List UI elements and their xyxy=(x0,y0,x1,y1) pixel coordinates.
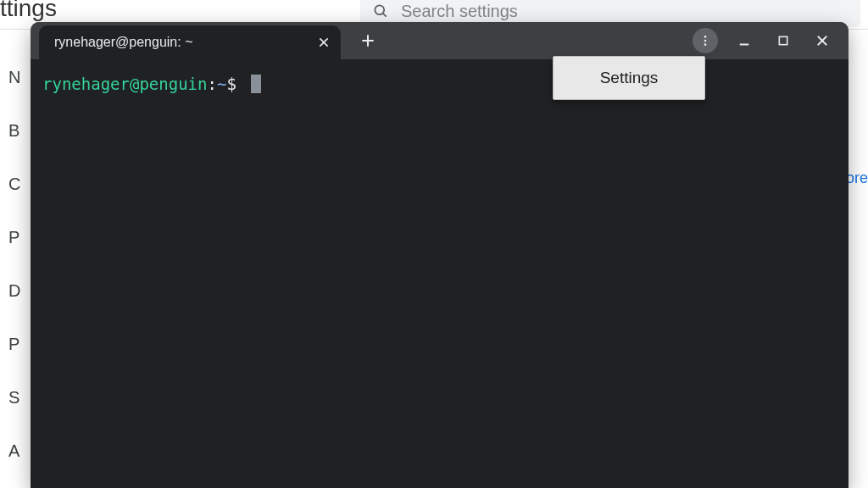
maximize-button[interactable] xyxy=(771,28,796,53)
terminal-window: rynehager@penguin: ~ xyxy=(31,22,849,488)
svg-point-0 xyxy=(375,5,384,14)
terminal-menu-popup: Settings xyxy=(553,56,705,100)
prompt-path: ~ xyxy=(217,75,226,93)
sidebar-item[interactable]: C xyxy=(8,175,20,194)
sidebar-item[interactable]: D xyxy=(8,281,20,301)
menu-button[interactable] xyxy=(693,28,718,53)
search-placeholder: Search settings xyxy=(401,2,518,21)
kebab-icon xyxy=(698,34,712,47)
sidebar-item[interactable]: A xyxy=(8,441,20,461)
close-icon xyxy=(815,33,830,48)
terminal-tab[interactable]: rynehager@penguin: ~ xyxy=(39,25,341,59)
terminal-body[interactable]: rynehager@penguin:~$ xyxy=(31,59,849,488)
prompt-sigil: $ xyxy=(226,75,236,93)
sidebar-item[interactable]: P xyxy=(8,335,20,354)
more-link[interactable]: ore xyxy=(846,169,868,187)
cursor xyxy=(251,75,261,93)
prompt-host: penguin xyxy=(139,75,207,93)
page-title: ttings xyxy=(0,0,57,22)
svg-point-8 xyxy=(704,43,707,46)
new-tab-button[interactable] xyxy=(356,29,380,53)
tab-title: rynehager@penguin: ~ xyxy=(54,35,192,50)
close-tab-icon[interactable] xyxy=(317,36,331,49)
sidebar-item[interactable]: S xyxy=(8,388,20,408)
svg-point-6 xyxy=(704,36,707,38)
maximize-icon xyxy=(776,34,790,47)
svg-rect-10 xyxy=(779,36,787,44)
minimize-button[interactable] xyxy=(732,28,757,53)
terminal-titlebar: rynehager@penguin: ~ xyxy=(31,22,849,59)
sidebar-item[interactable]: B xyxy=(8,121,20,141)
search-icon xyxy=(372,3,389,19)
svg-point-7 xyxy=(704,40,707,42)
sidebar-item[interactable]: N xyxy=(8,68,20,87)
sidebar-item[interactable]: P xyxy=(8,228,20,247)
prompt-user: rynehager xyxy=(42,75,130,93)
svg-line-1 xyxy=(383,14,387,17)
settings-sidebar: N B C P D P S A L xyxy=(8,68,20,488)
minimize-icon xyxy=(737,33,752,48)
menu-item-settings[interactable]: Settings xyxy=(554,69,704,87)
prompt: rynehager@penguin:~$ xyxy=(42,75,246,93)
close-window-button[interactable] xyxy=(810,28,835,53)
